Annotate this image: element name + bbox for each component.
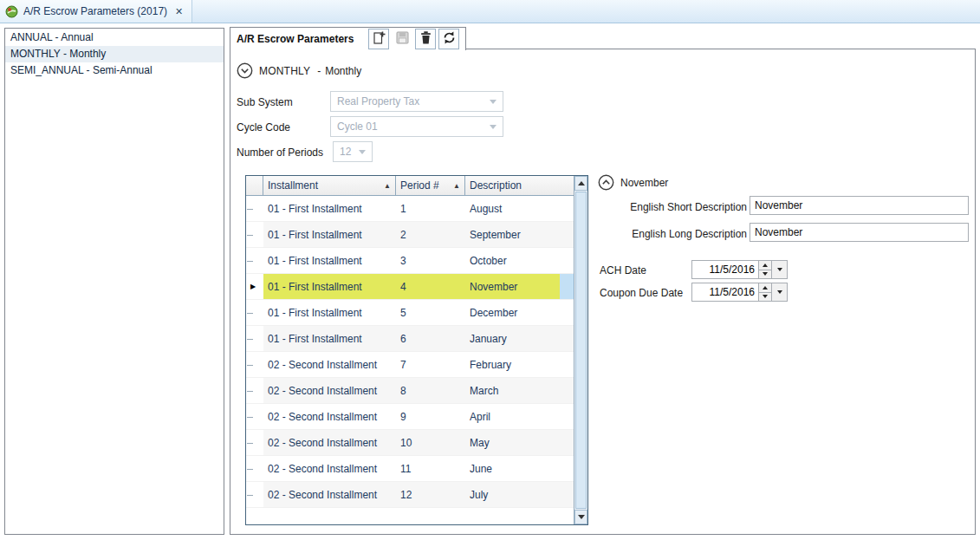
ach-date-dropdown-button[interactable] xyxy=(772,260,788,279)
cell-period: 7 xyxy=(396,352,465,377)
ach-date-label: ACH Date xyxy=(600,264,646,277)
cell-installment: 02 - Second Installment xyxy=(263,404,396,429)
list-item[interactable]: SEMI_ANNUAL - Semi-Annual xyxy=(5,62,224,79)
cell-installment: 02 - Second Installment xyxy=(263,456,396,481)
number-of-periods-select[interactable]: 12 xyxy=(333,141,373,162)
scrollbar-thumb[interactable] xyxy=(575,192,587,509)
table-row[interactable]: 02 - Second Installment11June xyxy=(246,456,574,482)
list-item[interactable]: ANNUAL - Annual xyxy=(5,29,224,46)
sort-asc-icon: ▲ xyxy=(384,182,391,190)
chevron-up-circle-icon[interactable] xyxy=(598,174,614,191)
english-long-description-label: English Long Description xyxy=(598,228,747,240)
table-row[interactable]: 01 - First Installment3October xyxy=(246,248,574,274)
row-selector[interactable] xyxy=(246,222,263,247)
cell-period: 6 xyxy=(396,326,465,351)
row-selector[interactable] xyxy=(246,378,263,403)
cell-period: 9 xyxy=(396,404,465,429)
row-selector[interactable] xyxy=(246,482,263,507)
cell-description: July xyxy=(465,482,560,507)
cell-installment: 02 - Second Installment xyxy=(263,482,396,507)
english-short-description-input[interactable] xyxy=(750,196,969,215)
cell-description: February xyxy=(465,352,560,377)
cell-description: October xyxy=(465,248,560,273)
cell-description: December xyxy=(465,300,560,325)
scrollbar-track[interactable] xyxy=(574,191,587,510)
cell-filler xyxy=(560,326,574,351)
row-selector[interactable] xyxy=(246,196,263,221)
save-button[interactable] xyxy=(392,29,412,49)
row-selector[interactable] xyxy=(246,326,263,351)
column-header-description[interactable]: Description xyxy=(465,176,574,195)
scroll-up-button[interactable] xyxy=(574,176,587,191)
spin-down-button[interactable] xyxy=(759,293,772,303)
coupon-due-date-dropdown-button[interactable] xyxy=(772,283,788,302)
refresh-button[interactable] xyxy=(438,29,459,49)
cell-filler xyxy=(560,456,574,481)
table-row[interactable]: 02 - Second Installment8March xyxy=(246,378,574,404)
row-selector[interactable] xyxy=(246,430,263,455)
cell-period: 11 xyxy=(396,456,465,481)
ach-date-control xyxy=(691,260,788,279)
table-row[interactable]: 01 - First Installment2September xyxy=(246,222,574,248)
tab-ar-escrow-parameters[interactable]: A/R Escrow Parameters (2017) ✕ xyxy=(0,0,192,23)
row-selector[interactable] xyxy=(246,274,263,299)
cell-installment: 01 - First Installment xyxy=(263,248,396,273)
cell-filler xyxy=(560,378,574,403)
cell-installment: 01 - First Installment xyxy=(263,300,396,325)
cell-installment: 01 - First Installment xyxy=(263,196,396,221)
close-icon[interactable]: ✕ xyxy=(175,6,183,17)
column-header-installment[interactable]: Installment ▲ xyxy=(263,176,396,195)
document-tabstrip: A/R Escrow Parameters (2017) ✕ xyxy=(0,0,980,23)
panel-tab[interactable]: A/R Escrow Parameters xyxy=(230,27,466,50)
doc-tab-title: A/R Escrow Parameters (2017) xyxy=(23,5,167,17)
sub-system-select[interactable]: Real Property Tax xyxy=(330,91,503,112)
section-code: MONTHLY xyxy=(259,65,310,77)
column-header-period[interactable]: Period # ▲ xyxy=(396,176,465,195)
cell-filler xyxy=(560,196,574,221)
table-row[interactable]: 02 - Second Installment7February xyxy=(246,352,574,378)
cell-installment: 02 - Second Installment xyxy=(263,430,396,455)
cell-filler xyxy=(560,352,574,377)
spin-up-button[interactable] xyxy=(759,260,772,270)
save-disk-icon xyxy=(395,30,410,48)
row-selector[interactable] xyxy=(246,352,263,377)
delete-button[interactable] xyxy=(415,29,436,49)
table-row[interactable]: 02 - Second Installment10May xyxy=(246,430,574,456)
row-selector[interactable] xyxy=(246,248,263,273)
cell-installment: 01 - First Installment xyxy=(263,222,396,247)
table-row[interactable]: 01 - First Installment5December xyxy=(246,300,574,326)
column-label: Description xyxy=(470,179,522,192)
grid-header: Installment ▲ Period # ▲ Description xyxy=(246,176,574,196)
chevron-down-circle-icon[interactable] xyxy=(237,62,253,79)
table-row[interactable]: 01 - First Installment6January xyxy=(246,326,574,352)
list-item[interactable]: MONTHLY - Monthly xyxy=(5,46,224,62)
row-selector[interactable] xyxy=(246,300,263,325)
cell-period: 8 xyxy=(396,378,465,403)
vertical-scrollbar[interactable] xyxy=(574,176,587,524)
scroll-down-button[interactable] xyxy=(574,510,587,524)
escrow-doc-icon xyxy=(5,4,19,18)
ach-date-spinner xyxy=(759,260,772,279)
table-row[interactable]: 02 - Second Installment9April xyxy=(246,404,574,430)
row-selector[interactable] xyxy=(246,404,263,429)
table-row[interactable]: 02 - Second Installment12July xyxy=(246,482,574,508)
cell-installment: 01 - First Installment xyxy=(263,326,396,351)
number-of-periods-label: Number of Periods xyxy=(237,146,323,159)
ach-date-input[interactable] xyxy=(691,260,759,279)
add-record-button[interactable] xyxy=(368,29,389,49)
chevron-down-icon xyxy=(490,100,496,104)
spin-down-button[interactable] xyxy=(759,270,772,280)
section-separator: - xyxy=(317,65,321,77)
chevron-down-icon xyxy=(490,125,496,129)
column-label: Period # xyxy=(400,179,439,192)
table-row[interactable]: 01 - First Installment1August xyxy=(246,196,574,222)
table-row[interactable]: 01 - First Installment4November xyxy=(246,274,574,300)
coupon-due-date-input[interactable] xyxy=(691,283,759,302)
spin-up-button[interactable] xyxy=(759,283,772,293)
cell-description: June xyxy=(465,456,560,481)
column-label: Installment xyxy=(268,179,318,192)
english-long-description-input[interactable] xyxy=(750,223,969,242)
cell-period: 5 xyxy=(396,300,465,325)
row-selector[interactable] xyxy=(246,456,263,481)
cycle-code-select[interactable]: Cycle 01 xyxy=(330,116,503,137)
